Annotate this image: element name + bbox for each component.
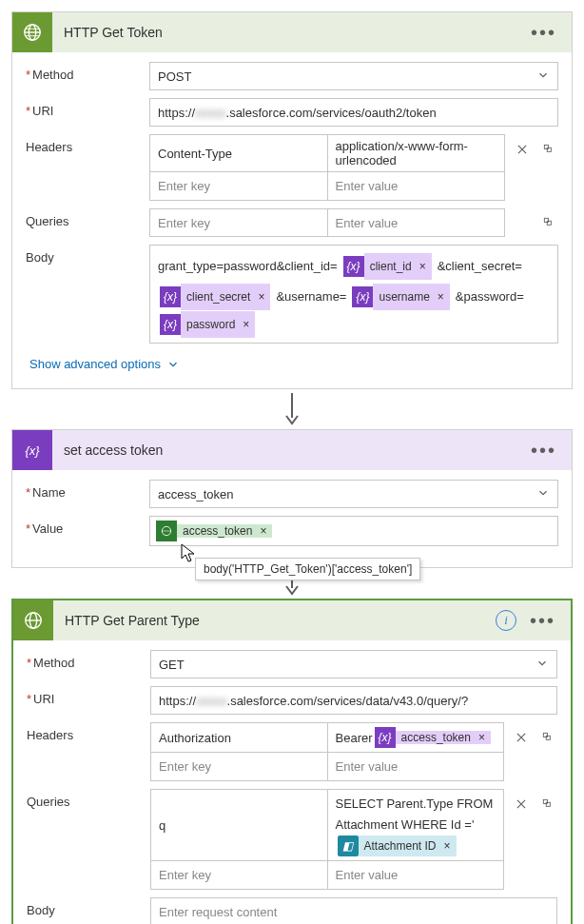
header-value-input[interactable]: Bearer {x}access_token× — [328, 722, 505, 753]
method-select[interactable]: POST — [149, 62, 558, 90]
query-key-input[interactable]: Enter key — [149, 208, 328, 237]
token-password[interactable]: {x}password× — [160, 314, 255, 335]
card-title: HTTP Get Parent Type — [53, 613, 496, 628]
reorder-icon[interactable] — [538, 728, 557, 747]
uri-label: URI — [32, 104, 53, 118]
svg-rect-17 — [546, 802, 550, 806]
header-key-input[interactable]: Enter key — [150, 753, 328, 781]
connector-arrow — [11, 389, 573, 429]
card-header[interactable]: HTTP Get Parent Type i ••• — [13, 600, 571, 640]
card-title: HTTP Get Token — [52, 25, 531, 40]
info-icon[interactable]: i — [496, 610, 516, 631]
reorder-icon[interactable] — [539, 140, 558, 159]
method-label: Method — [32, 68, 73, 82]
more-icon[interactable]: ••• — [531, 28, 556, 37]
token-client_secret[interactable]: {x}client_secret× — [160, 286, 270, 307]
body-input[interactable]: grant_type=password&client_id={x}client_… — [149, 245, 558, 344]
delete-row-icon[interactable] — [513, 140, 532, 159]
header-value-input[interactable]: Enter value — [328, 172, 506, 201]
remove-token-icon[interactable]: × — [477, 731, 491, 744]
query-value-input[interactable]: SELECT Parent.Type FROM Attachment WHERE… — [328, 789, 505, 861]
reorder-icon[interactable] — [538, 795, 557, 814]
body-label: Body — [26, 250, 54, 265]
card-header[interactable]: {x} set access token ••• — [12, 430, 572, 470]
header-key-input[interactable]: Content-Type — [149, 134, 328, 172]
svg-rect-6 — [547, 221, 551, 225]
uri-input[interactable]: https://xxxxx.salesforce.com/services/da… — [150, 686, 557, 715]
queries-label: Queries — [26, 214, 69, 228]
query-value-input[interactable]: Enter value — [328, 861, 505, 890]
show-advanced-link[interactable]: Show advanced options — [29, 357, 180, 371]
chevron-down-icon — [535, 657, 549, 673]
chevron-down-icon — [166, 358, 180, 371]
action-card-set-access-token: {x} set access token ••• *Name access_to… — [11, 429, 573, 568]
svg-rect-4 — [547, 147, 551, 151]
header-value-input[interactable]: Enter value — [328, 753, 505, 781]
action-card-http-get-token: HTTP Get Token ••• *Method POST *URI — [11, 11, 573, 389]
remove-token-icon[interactable]: × — [436, 284, 450, 310]
reorder-icon[interactable] — [539, 213, 558, 232]
more-icon[interactable]: ••• — [530, 616, 555, 625]
header-value-input[interactable]: application/x-www-form-urlencoded — [328, 134, 506, 172]
tooltip: body('HTTP_Get_Token')['access_token'] — [195, 558, 420, 580]
method-label: Method — [33, 656, 74, 670]
token-client_id[interactable]: {x}client_id× — [343, 256, 432, 277]
query-key-input[interactable]: q — [150, 789, 328, 861]
uri-input[interactable]: https://xxxxx.salesforce.com/services/oa… — [149, 98, 558, 127]
token-access-token[interactable]: access_token × — [156, 521, 272, 541]
remove-token-icon[interactable]: × — [256, 284, 270, 310]
svg-rect-15 — [546, 736, 550, 739]
uri-label: URI — [33, 692, 54, 706]
variable-icon: {x} — [12, 430, 52, 470]
http-icon — [12, 12, 52, 52]
headers-label: Headers — [27, 728, 73, 742]
delete-row-icon[interactable] — [512, 728, 531, 747]
headers-label: Headers — [26, 140, 72, 154]
http-icon — [13, 600, 53, 640]
chevron-down-icon — [536, 69, 550, 85]
name-label: Name — [32, 485, 66, 500]
variable-name-select[interactable]: access_token — [149, 480, 558, 508]
remove-token-icon[interactable]: × — [442, 836, 457, 856]
method-select[interactable]: GET — [150, 650, 557, 678]
remove-token-icon[interactable]: × — [418, 253, 432, 280]
delete-row-icon[interactable] — [512, 795, 531, 814]
svg-rect-5 — [544, 218, 548, 222]
token-access-token[interactable]: {x}access_token× — [375, 727, 491, 748]
query-value-input[interactable]: Enter value — [328, 208, 506, 237]
svg-rect-14 — [543, 733, 547, 737]
remove-token-icon[interactable]: × — [241, 311, 255, 338]
svg-rect-3 — [544, 145, 548, 148]
more-icon[interactable]: ••• — [531, 445, 556, 455]
variable-value-input[interactable]: access_token × — [149, 516, 558, 546]
query-key-input[interactable]: Enter key — [150, 861, 328, 890]
chevron-down-icon — [536, 486, 550, 502]
body-label: Body — [27, 903, 55, 917]
svg-rect-16 — [543, 799, 547, 803]
value-label: Value — [32, 521, 63, 536]
body-input[interactable]: Enter request content — [150, 897, 557, 924]
token-username[interactable]: {x}username× — [352, 286, 449, 307]
card-header[interactable]: HTTP Get Token ••• — [12, 12, 572, 52]
header-key-input[interactable]: Enter key — [149, 172, 328, 201]
action-card-http-get-parent-type: HTTP Get Parent Type i ••• *Method GET *… — [11, 599, 573, 924]
remove-token-icon[interactable]: × — [258, 524, 272, 538]
token-attachment-id[interactable]: ◧Attachment ID× — [338, 836, 457, 856]
card-title: set access token — [52, 442, 531, 458]
header-key-input[interactable]: Authorization — [150, 722, 328, 753]
queries-label: Queries — [27, 795, 70, 809]
